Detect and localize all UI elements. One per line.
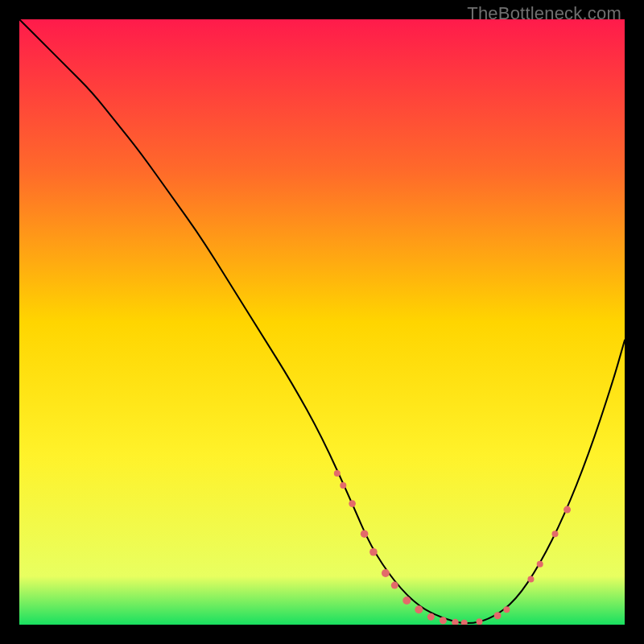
gradient-background xyxy=(19,19,625,625)
curve-marker xyxy=(527,576,534,583)
curve-marker xyxy=(440,617,447,624)
curve-marker xyxy=(494,612,502,619)
curve-marker xyxy=(402,597,411,605)
chart-frame xyxy=(19,19,625,625)
curve-marker xyxy=(503,606,510,613)
curve-marker xyxy=(369,548,378,556)
curve-marker xyxy=(349,500,356,507)
curve-marker xyxy=(427,613,435,621)
curve-marker xyxy=(564,506,571,514)
curve-marker xyxy=(340,482,346,489)
curve-marker xyxy=(334,470,341,477)
curve-marker xyxy=(477,618,483,625)
curve-marker xyxy=(537,561,543,568)
curve-marker xyxy=(552,530,559,537)
curve-marker xyxy=(415,605,423,613)
curve-marker xyxy=(391,582,398,589)
bottleneck-chart xyxy=(19,19,625,625)
curve-marker xyxy=(382,569,390,577)
curve-marker xyxy=(361,530,369,538)
